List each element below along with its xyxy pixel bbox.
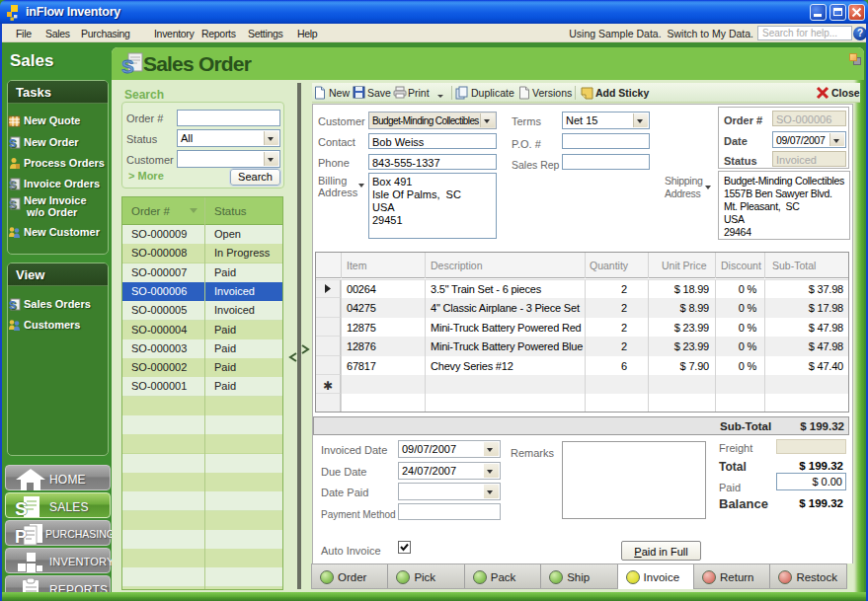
svg-text:S: S — [9, 179, 16, 190]
svg-text:P: P — [15, 527, 27, 547]
svg-text:S: S — [9, 198, 16, 210]
svg-text:S: S — [15, 498, 28, 519]
svg-text:S: S — [9, 299, 16, 311]
svg-text:S: S — [9, 137, 16, 149]
svg-text:S: S — [121, 56, 134, 76]
